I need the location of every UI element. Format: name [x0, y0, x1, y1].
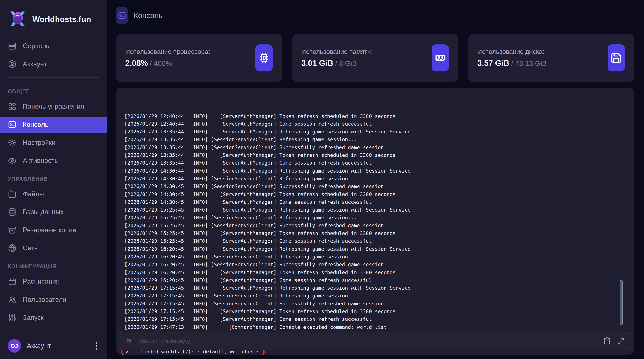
sidebar-item-dashboard[interactable]: Панель управления — [0, 98, 107, 114]
log-line: [2026/01/29 16:20:45 INFO] [SessionServi… — [124, 261, 626, 268]
sidebar-item-label: Запуск — [23, 314, 44, 322]
sidebar-item-servers[interactable]: Серверы — [0, 38, 107, 54]
log-line: [2026/01/29 17:15:45 INFO] [ServerAuthMa… — [124, 315, 626, 323]
log-line: [2026/01/29 15:25:45 INFO] [ServerAuthMa… — [124, 237, 626, 245]
log-line: [2026/01/29 13:35:44 INFO] [SessionServi… — [124, 144, 626, 151]
sidebar-item-label: Сеть — [23, 244, 38, 252]
sidebar-item-schedules[interactable]: Расписания — [0, 274, 107, 290]
log-line: [2026/01/29 14:30:45 INFO] [SessionServi… — [124, 182, 626, 190]
sidebar-item-label: Базы данных — [23, 208, 64, 216]
console-header-tile — [116, 7, 128, 24]
cpu-usage-label: Использование процессора: — [125, 48, 210, 55]
log-line: [2026/01/29 13:35:44 INFO] [ServerAuthMa… — [124, 151, 626, 159]
command-input[interactable]: Введите команду... — [140, 338, 600, 344]
dashboard-icon — [8, 102, 17, 111]
log-line: [2026/01/29 16:20:45 INFO] [ServerAuthMa… — [124, 268, 626, 276]
log-line: [2026/01/29 12:40:44 INFO] [ServerAuthMa… — [124, 120, 626, 128]
brand-logo-icon — [8, 9, 28, 30]
cpu-icon — [258, 52, 270, 64]
terminal-icon — [8, 120, 17, 129]
log-line: [2026/01/29 14:30:44 INFO] [SessionServi… — [124, 175, 626, 182]
sidebar-item-activity[interactable]: Активность — [0, 153, 107, 169]
memory-usage-total: / 8 GiB — [333, 60, 357, 67]
sidebar-item-files[interactable]: Файлы — [0, 186, 107, 202]
sidebar-section-management: УПРАВЛЕНИЕ — [0, 170, 107, 185]
sidebar-item-settings[interactable]: Настройки — [0, 135, 107, 151]
disk-usage-label: Использование диска: — [478, 48, 547, 55]
main-content: Консоль Использование процессора: 2.08% … — [107, 0, 644, 359]
account-menu-button[interactable] — [94, 340, 99, 352]
sidebar-item-label: Настройки — [23, 139, 56, 146]
page-header: Консоль — [116, 7, 634, 24]
memory-usage-card: Использование памяти: 3.01 GiB / 8 GiB — [292, 34, 458, 82]
sidebar-item-label: Консоль — [23, 121, 48, 128]
sidebar-item-label: Пользователи — [23, 296, 66, 304]
log-line: [2026/01/29 17:15:45 INFO] [ServerAuthMa… — [124, 284, 626, 292]
console-panel: [2026/01/29 12:40:44 INFO] [ServerAuthMa… — [116, 88, 634, 355]
log-line: [2026/01/29 17:15:45 INFO] [ServerAuthMa… — [124, 308, 626, 315]
sidebar-item-label: Панель управления — [23, 103, 84, 110]
disk-usage-card: Использование диска: 3.57 GiB / 78.13 Gi… — [468, 34, 634, 82]
memory-usage-value: 3.01 GiB / 8 GiB — [301, 59, 372, 68]
memory-usage-label: Использование памяти: — [301, 48, 372, 55]
disk-usage-total: / 78.13 GiB — [509, 60, 547, 67]
sidebar-item-label: Активность — [23, 157, 58, 165]
paste-button[interactable] — [603, 337, 611, 345]
sidebar-item-label: Резервные копии — [23, 226, 76, 234]
account-row[interactable]: OJ Аккаунт — [0, 336, 107, 359]
log-line: [2026/01/29 14:30:45 INFO] [ServerAuthMa… — [124, 190, 626, 198]
sidebar-item-console[interactable]: Консоль — [0, 117, 107, 132]
sidebar-item-backups[interactable]: Резервные копии — [0, 222, 107, 238]
sidebar-divider — [8, 78, 99, 78]
globe-icon — [8, 244, 17, 253]
sidebar-section-general: ОБЩЕЕ — [0, 82, 107, 98]
cpu-usage-value: 2.08% / 400% — [125, 59, 210, 68]
sidebar-item-network[interactable]: Сеть — [0, 240, 107, 256]
log-line: [2026/01/29 15:25:45 INFO] [SessionServi… — [124, 222, 626, 230]
log-line: [2026/01/29 17:47:13 INFO] [CommandManag… — [124, 323, 626, 331]
servers-icon — [8, 42, 17, 50]
log-line: [2026/01/29 17:15:45 INFO] [SessionServi… — [124, 300, 626, 308]
disk-usage-value: 3.57 GiB / 78.13 GiB — [478, 59, 547, 68]
database-icon — [8, 208, 17, 216]
sidebar-item-startup[interactable]: Запуск — [0, 310, 107, 326]
gear-icon — [8, 138, 17, 147]
disk-icon-tile — [608, 44, 625, 72]
log-line: [2026/01/29 14:30:44 INFO] [ServerAuthMa… — [124, 167, 626, 175]
text-caret — [136, 336, 136, 346]
account-label: Аккаунт — [27, 342, 88, 350]
command-input-bar[interactable]: Введите команду... — [119, 332, 631, 350]
log-line: [2026/01/29 12:40:44 INFO] [ServerAuthMa… — [124, 112, 626, 120]
terminal-icon — [118, 11, 126, 20]
ram-icon — [434, 52, 446, 64]
clipboard-icon — [603, 337, 611, 345]
sidebar-item-account[interactable]: Аккаунт — [0, 56, 107, 72]
log-line: [2026/01/29 16:20:45 INFO] [SessionServi… — [124, 253, 626, 261]
sidebar-item-databases[interactable]: Базы данных — [0, 204, 107, 220]
fullscreen-button[interactable] — [617, 337, 625, 345]
sidebar-section-configuration: КОНФИГУРАЦИЯ — [0, 257, 107, 272]
folder-icon — [8, 190, 17, 199]
sidebar-item-label: Расписания — [23, 278, 60, 286]
expand-icon — [617, 337, 625, 345]
sidebar-divider-bottom — [8, 331, 99, 332]
sidebar-item-users[interactable]: Пользователи — [0, 292, 107, 308]
app-window: Worldhosts.fun Серверы Аккаунт ОБЩЕЕ Пан… — [0, 0, 644, 359]
memory-icon-tile — [432, 44, 449, 72]
chevrons-right-icon — [126, 338, 132, 344]
sidebar: Worldhosts.fun Серверы Аккаунт ОБЩЕЕ Пан… — [0, 0, 107, 359]
brand-name: Worldhosts.fun — [32, 15, 91, 24]
console-scrollbar-thumb[interactable] — [620, 280, 623, 325]
cpu-usage-card: Использование процессора: 2.08% / 400% — [116, 34, 282, 82]
log-line: [2026/01/29 16:20:45 INFO] [ServerAuthMa… — [124, 245, 626, 253]
sidebar-item-label: Файлы — [23, 190, 44, 198]
log-line: [2026/01/29 14:30:45 INFO] [ServerAuthMa… — [124, 198, 626, 206]
page-title: Консоль — [134, 11, 162, 20]
brand[interactable]: Worldhosts.fun — [0, 0, 107, 37]
cpu-icon-tile — [256, 44, 273, 72]
log-line: [2026/01/29 15:25:45 INFO] [ServerAuthMa… — [124, 206, 626, 214]
users-icon — [8, 295, 17, 304]
log-line: [2026/01/29 13:35:44 INFO] [ServerAuthMa… — [124, 128, 626, 136]
log-line: [2026/01/29 13:35:44 INFO] [SessionServi… — [124, 136, 626, 143]
sliders-icon — [8, 313, 17, 322]
